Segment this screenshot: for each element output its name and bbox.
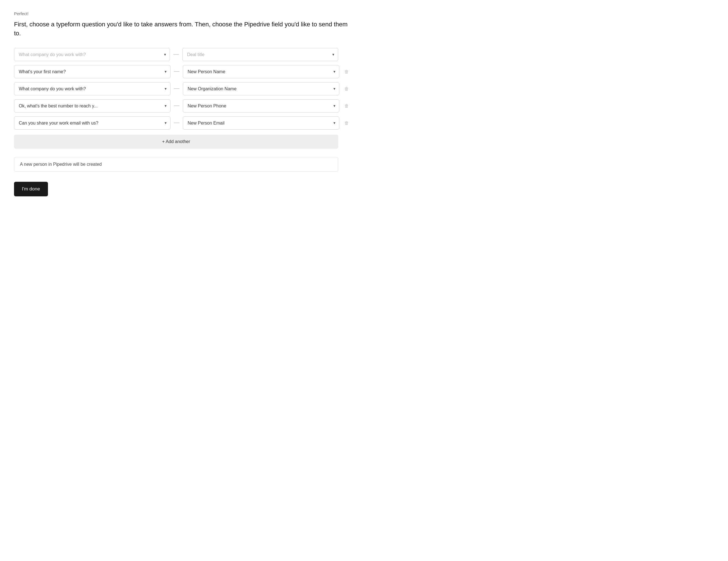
- right-select-4[interactable]: New Person Phone: [183, 99, 339, 112]
- right-select-3[interactable]: New Organization Name: [183, 82, 339, 95]
- mapping-row: Can you share your work email with us?▾N…: [14, 116, 351, 130]
- right-select-2[interactable]: New Person Name: [183, 65, 339, 78]
- mapping-row: What's your first name?▾New Person Name▾: [14, 65, 351, 78]
- right-select-wrapper-2: New Person Name▾: [183, 65, 339, 78]
- connector-line: [174, 88, 179, 89]
- mapping-rows: What company do you work with?▾Deal titl…: [14, 48, 351, 130]
- right-select-wrapper-3: New Organization Name▾: [183, 82, 339, 95]
- right-select-5[interactable]: New Person Email: [183, 116, 339, 130]
- connector-line: [173, 54, 179, 55]
- add-another-button[interactable]: + Add another: [14, 135, 338, 149]
- trash-icon: [344, 120, 349, 126]
- left-select-wrapper-4: Ok, what's the best number to reach y...…: [14, 99, 171, 112]
- left-select-wrapper-3: What company do you work with?▾: [14, 82, 171, 95]
- left-select-4[interactable]: Ok, what's the best number to reach y...: [14, 99, 171, 112]
- connector-line: [174, 71, 179, 72]
- mapping-row: Ok, what's the best number to reach y...…: [14, 99, 351, 112]
- description: First, choose a typeform question you'd …: [14, 20, 351, 38]
- trash-icon: [344, 103, 349, 109]
- left-select-5[interactable]: Can you share your work email with us?: [14, 116, 171, 130]
- left-select-1[interactable]: What company do you work with?: [14, 48, 170, 61]
- right-select-wrapper-4: New Person Phone▾: [183, 99, 339, 112]
- delete-row-button-5[interactable]: [343, 118, 351, 128]
- done-button[interactable]: I'm done: [14, 182, 48, 196]
- mapping-row: What company do you work with?▾Deal titl…: [14, 48, 351, 61]
- delete-row-button-2[interactable]: [343, 67, 351, 76]
- delete-row-button-3[interactable]: [343, 84, 351, 93]
- info-box: A new person in Pipedrive will be create…: [14, 157, 338, 172]
- left-select-wrapper-2: What's your first name?▾: [14, 65, 171, 78]
- subtitle: Perfect!: [14, 11, 351, 16]
- right-select-wrapper-1: Deal title▾: [182, 48, 338, 61]
- left-select-wrapper-1: What company do you work with?▾: [14, 48, 170, 61]
- trash-icon: [344, 86, 349, 92]
- delete-row-button-4[interactable]: [343, 101, 351, 111]
- right-select-wrapper-5: New Person Email▾: [183, 116, 339, 130]
- left-select-wrapper-5: Can you share your work email with us?▾: [14, 116, 171, 130]
- connector-line: [174, 105, 179, 106]
- trash-icon: [344, 69, 349, 75]
- connector-line: [174, 123, 179, 123]
- left-select-2[interactable]: What's your first name?: [14, 65, 171, 78]
- mapping-row: What company do you work with?▾New Organ…: [14, 82, 351, 95]
- left-select-3[interactable]: What company do you work with?: [14, 82, 171, 95]
- right-select-1[interactable]: Deal title: [182, 48, 338, 61]
